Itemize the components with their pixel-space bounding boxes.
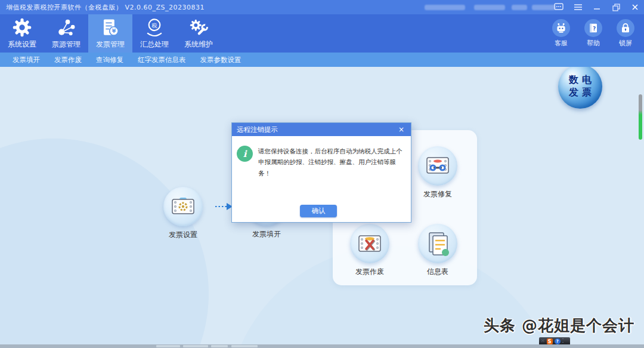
- taskbar-strip: [0, 344, 644, 348]
- info-icon: i: [237, 146, 253, 162]
- window-title: 增值税发票税控开票软件（金税盘版） V2.0.60_ZS_20230831: [0, 3, 205, 12]
- confirm-button[interactable]: 确认: [300, 205, 337, 217]
- shortcut-label: 信息表: [427, 267, 448, 277]
- lock-screen-button[interactable]: 锁屏: [613, 14, 638, 53]
- toolbar-right-group: 客服 ? 帮助 锁屏: [549, 14, 638, 53]
- taskbar-item[interactable]: [156, 345, 180, 347]
- toolbar-item-system-settings[interactable]: 系统设置: [0, 14, 44, 53]
- submenu-query-repair[interactable]: 查询修复: [96, 56, 123, 64]
- tax-circle-icon: 税: [144, 17, 165, 38]
- main-toolbar: 系统设置 票源管理 ¥ 发票管理 税 汇总处理: [0, 14, 644, 53]
- network-nodes-icon: [56, 17, 76, 38]
- app-window: 增值税发票税控开票软件（金税盘版） V2.0.60_ZS_20230831: [0, 0, 644, 348]
- toolbar-right-label: 锁屏: [619, 39, 632, 48]
- desktop-area: 数电 发票 发票设置: [0, 67, 644, 344]
- dialog-body: i 请您保持设备连接，后台程序自动为纳税人完成上个申报属期的抄报、注销抄报、擦盘…: [232, 136, 411, 178]
- shortcut-invoice-repair[interactable]: 发票修复: [411, 146, 465, 199]
- taskbar-item[interactable]: [211, 345, 228, 347]
- help-button[interactable]: ? 帮助: [581, 14, 606, 53]
- submenu-invoice-void[interactable]: 发票作废: [54, 56, 82, 64]
- message-icon[interactable]: [552, 1, 565, 13]
- submenu-red-invoice-info[interactable]: 红字发票信息表: [138, 56, 186, 64]
- close-button[interactable]: [628, 1, 642, 13]
- toolbar-right-label: 帮助: [587, 39, 600, 48]
- dialog-message: 请您保持设备连接，后台程序自动为纳税人完成上个申报属期的抄报、注销抄报、擦盘、用…: [258, 146, 404, 178]
- title-bar: 增值税发票税控开票软件（金税盘版） V2.0.60_ZS_20230831: [0, 0, 644, 14]
- invoice-settings-icon: [163, 187, 203, 226]
- submenu-invoice-fill[interactable]: 发票填开: [13, 56, 40, 64]
- toolbar-item-label: 发票管理: [96, 39, 125, 50]
- toolbar-item-invoice-management[interactable]: ¥ 发票管理: [88, 14, 132, 53]
- ime-language-bar[interactable]: ⁙ S ? ⁚: [539, 337, 570, 344]
- svg-text:¥: ¥: [112, 27, 116, 34]
- invoice-doc-icon: ¥: [100, 17, 120, 38]
- submenu-bar: 发票填开 发票作废 查询修复 红字发票信息表 发票参数设置: [0, 53, 644, 67]
- submenu-invoice-params[interactable]: 发票参数设置: [200, 56, 242, 64]
- invoice-void-icon: [350, 224, 389, 263]
- toolbar-item-label: 票源管理: [52, 39, 80, 50]
- ime-menu-icon[interactable]: ⁚: [562, 339, 564, 344]
- dialog-title: 远程注销提示: [237, 125, 397, 134]
- badge-line2: 发票: [565, 87, 595, 99]
- svg-text:税: 税: [151, 22, 157, 29]
- lock-icon: [617, 19, 634, 37]
- ime-sogou-icon[interactable]: S: [547, 338, 553, 344]
- scrollbar-thumb[interactable]: [639, 94, 642, 140]
- dialog-title-bar[interactable]: 远程注销提示 ×: [232, 123, 411, 136]
- gear-wrench-icon: [188, 17, 209, 38]
- redacted-text-block: [425, 5, 465, 10]
- shortcut-info-table[interactable]: 信息表: [411, 224, 465, 277]
- svg-text:?: ?: [593, 26, 596, 32]
- shortcut-invoice-settings[interactable]: 发票设置: [156, 187, 210, 240]
- digital-invoice-badge: 数电 发票: [558, 67, 602, 109]
- shortcut-label: 发票修复: [423, 189, 452, 199]
- taskbar-item[interactable]: [231, 345, 258, 347]
- taskbar-item[interactable]: [183, 345, 208, 347]
- info-table-icon: [418, 224, 457, 263]
- invoice-repair-icon: [418, 146, 457, 186]
- toolbar-right-label: 客服: [555, 39, 568, 48]
- toolbar-item-summary-processing[interactable]: 税 汇总处理: [132, 14, 177, 53]
- watermark-text: 头条 @花姐是个会计: [484, 315, 634, 336]
- toolbar-item-label: 汇总处理: [140, 39, 169, 50]
- redacted-text-block: [512, 5, 527, 10]
- ime-help-icon[interactable]: ?: [555, 338, 561, 344]
- window-controls: [552, 0, 642, 14]
- minimize-button[interactable]: [590, 1, 603, 13]
- ime-grip-icon[interactable]: ⁙: [541, 339, 545, 344]
- dialog-close-icon[interactable]: ×: [397, 125, 406, 134]
- shortcut-invoice-void[interactable]: 发票作废: [343, 224, 397, 277]
- restore-button[interactable]: [609, 1, 623, 13]
- background-circle: [0, 138, 209, 344]
- menu-icon[interactable]: [571, 1, 584, 13]
- toolbar-item-system-maintenance[interactable]: 系统维护: [177, 14, 221, 53]
- shortcut-label: 发票设置: [169, 230, 197, 240]
- customer-service-button[interactable]: 客服: [549, 14, 574, 53]
- shortcut-label: 发票填开: [252, 229, 281, 239]
- shortcut-label: 发票作废: [355, 267, 384, 277]
- help-book-icon: ?: [584, 19, 602, 37]
- gear-icon: [12, 17, 32, 38]
- toolbar-item-label: 系统维护: [184, 39, 213, 50]
- toolbar-item-label: 系统设置: [8, 39, 36, 50]
- toolbar-item-ticket-source[interactable]: 票源管理: [44, 14, 88, 53]
- badge-line1: 数电: [565, 74, 595, 87]
- redacted-text-block: [474, 5, 505, 10]
- robot-icon: [552, 19, 570, 37]
- remote-logout-dialog: 远程注销提示 × i 请您保持设备连接，后台程序自动为纳税人完成上个申报属期的抄…: [231, 122, 411, 223]
